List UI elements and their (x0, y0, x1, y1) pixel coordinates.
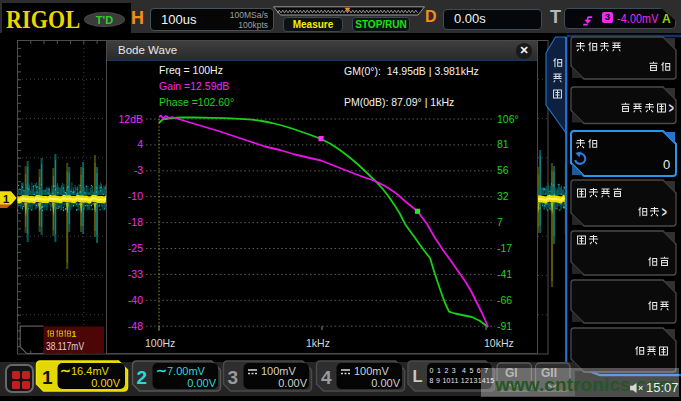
svg-text:1: 1 (3, 193, 9, 205)
